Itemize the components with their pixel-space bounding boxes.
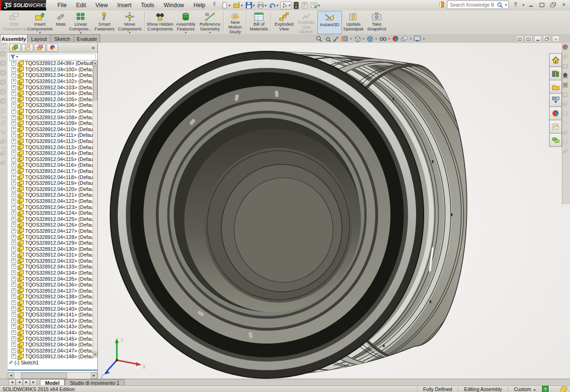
- tree-item[interactable]: TQOS328912.04<147> (Default<<D: [8, 348, 93, 354]
- tree-item[interactable]: TQOS328912.04<129> (Default<<D: [8, 240, 93, 246]
- menu-view[interactable]: View: [91, 0, 113, 10]
- tree-item[interactable]: TQOS328912.04<133> (Default<<D: [8, 264, 93, 270]
- expand-icon[interactable]: [11, 247, 16, 251]
- expand-icon[interactable]: [11, 229, 16, 233]
- tree-item[interactable]: TQOS328912.04<127> (Default<<D: [8, 228, 93, 234]
- view-settings-icon[interactable]: [414, 35, 421, 42]
- edit-appearance-icon[interactable]: [392, 35, 399, 42]
- expand-icon[interactable]: [11, 61, 16, 66]
- expand-icon[interactable]: [11, 145, 16, 150]
- zoom-to-area-icon[interactable]: [324, 35, 331, 42]
- panel-split-bar[interactable]: [8, 370, 97, 371]
- close-button[interactable]: ×: [560, 1, 568, 9]
- expand-icon[interactable]: [11, 169, 16, 173]
- expand-icon[interactable]: [11, 217, 16, 221]
- expand-icon[interactable]: [11, 252, 16, 257]
- tree-item[interactable]: TQOS328912.04<112> (Default<<D: [8, 138, 93, 144]
- expand-icon[interactable]: [11, 240, 16, 245]
- tree-item[interactable]: TQOS328912.04<124> (Default<<D: [8, 210, 93, 216]
- ribbon-new-motion-study[interactable]: New Motion Study: [225, 10, 245, 34]
- tree-item[interactable]: TQOS328912.04<122> (Default<<D: [8, 198, 93, 204]
- zoom-to-fit-icon[interactable]: [315, 35, 323, 42]
- expand-icon[interactable]: [11, 300, 16, 305]
- tree-item[interactable]: TQOS328912.04<118> (Default<<D: [8, 174, 93, 180]
- scroll-left-icon[interactable]: ◀: [8, 373, 14, 379]
- hud-dropdown-icon[interactable]: ▾: [423, 37, 425, 41]
- search-dropdown-icon[interactable]: ▾: [505, 3, 507, 7]
- menu-file[interactable]: File: [53, 0, 71, 10]
- doc-minimize-icon[interactable]: [534, 36, 542, 42]
- open-button[interactable]: ▾: [232, 1, 244, 9]
- minimize-button[interactable]: [527, 1, 535, 9]
- resources-home-button[interactable]: [549, 53, 562, 67]
- fullscreen-button[interactable]: [538, 1, 546, 9]
- doc-restore2-icon[interactable]: [525, 36, 532, 42]
- expand-icon[interactable]: [11, 342, 16, 347]
- expand-icon[interactable]: [11, 157, 16, 162]
- tab-layout[interactable]: Layout: [27, 34, 51, 43]
- apply-scene-icon[interactable]: [400, 35, 408, 42]
- doc-close-icon[interactable]: ×: [552, 36, 560, 42]
- menu-window[interactable]: Window: [159, 0, 189, 10]
- tree-item[interactable]: TQOS328912.04<114> (Default<<D: [8, 150, 93, 156]
- expand-icon[interactable]: [11, 115, 16, 120]
- ribbon-exploded-view[interactable]: Exploded View: [273, 10, 295, 34]
- tree-item[interactable]: TQOS328912.04<119> (Default<<D: [8, 180, 93, 186]
- tree-item[interactable]: TQOS328912.04<137> (Default<<D: [8, 288, 93, 294]
- expand-icon[interactable]: [11, 85, 16, 90]
- expand-icon[interactable]: [11, 91, 16, 96]
- expand-icon[interactable]: [11, 294, 16, 299]
- ribbon-take-snapshot[interactable]: Take Snapshot: [365, 10, 389, 34]
- appearance-ball-icon[interactable]: [562, 44, 568, 50]
- doc-restore-icon[interactable]: [516, 36, 523, 42]
- tree-item[interactable]: TQOS328912.04<120> (Default<<D: [8, 186, 93, 192]
- tab-scroll-first-icon[interactable]: ◀: [9, 379, 16, 386]
- rebuild-button[interactable]: [293, 1, 300, 10]
- help-dropdown-icon[interactable]: ▾: [522, 3, 524, 7]
- expand-icon[interactable]: [11, 288, 16, 293]
- hud-dropdown-icon[interactable]: ▾: [410, 37, 412, 41]
- dropdown-arrow-icon[interactable]: ▾: [27, 31, 53, 34]
- tree-item[interactable]: TQOS328912.04<115> (Default<<D: [8, 156, 93, 163]
- tree-item[interactable]: TQOS328912.04<123> (Default<<D: [8, 204, 93, 210]
- scroll-down-icon[interactable]: ▼: [93, 352, 97, 357]
- ribbon-update-speedpak[interactable]: Update Speedpak: [342, 10, 365, 34]
- dropdown-arrow-icon[interactable]: ▾: [68, 31, 93, 34]
- expand-icon[interactable]: [11, 210, 16, 215]
- design-library-button[interactable]: [549, 67, 562, 80]
- expand-icon[interactable]: [11, 318, 16, 323]
- expand-icon[interactable]: [11, 312, 16, 317]
- file-explorer-button[interactable]: [549, 80, 562, 93]
- forum-button[interactable]: [549, 133, 562, 147]
- tab-evaluate[interactable]: Evaluate: [74, 34, 100, 43]
- restore-button[interactable]: [549, 1, 557, 9]
- ribbon-insert-components[interactable]: Insert Components ▾: [27, 10, 53, 34]
- scroll-right-icon[interactable]: ▶: [91, 373, 97, 379]
- ribbon-bill-of-materials[interactable]: Bill of Materials: [248, 10, 270, 34]
- expand-icon[interactable]: [11, 181, 16, 185]
- ribbon-show-hidden-components[interactable]: Show Hidden Components: [146, 10, 174, 34]
- knowledge-base-search[interactable]: ▾: [447, 0, 509, 9]
- bearing-front-face[interactable]: [110, 51, 424, 378]
- expand-icon[interactable]: [11, 258, 16, 263]
- configuration-manager-tab[interactable]: [34, 44, 46, 52]
- tree-item[interactable]: TQOS328912.04<109> (Default<<D: [8, 120, 93, 126]
- filter-dropdown-icon[interactable]: ▾: [16, 55, 18, 59]
- expand-icon[interactable]: [11, 97, 16, 102]
- quick-tips-icon[interactable]: ?: [542, 386, 549, 392]
- tree-item[interactable]: TQOS328912.04<101> (Default<<D: [8, 72, 93, 78]
- tree-item[interactable]: TQOS328912.04<144> (Default<<D: [8, 330, 93, 336]
- save-button[interactable]: ▾: [245, 1, 256, 9]
- tree-item[interactable]: TQOS328912.04<117> (Default<<D: [8, 168, 93, 174]
- tab-sketch[interactable]: Sketch: [50, 34, 74, 43]
- expand-icon[interactable]: [11, 324, 16, 329]
- tree-item[interactable]: TQOS328912.04<116> (Default<<D: [8, 162, 93, 168]
- tab-motion-study[interactable]: Studio di movimento 1: [65, 379, 124, 386]
- tab-scroll-prev-icon[interactable]: ◀: [16, 379, 23, 386]
- ribbon-smart-fasteners[interactable]: Smart Fasteners: [93, 10, 116, 34]
- tree-horizontal-scrollbar[interactable]: ◀ ▶: [8, 372, 97, 379]
- expand-icon[interactable]: [11, 199, 16, 203]
- tree-item[interactable]: TQOS328912.04<102> (Default<<D: [8, 78, 93, 85]
- hud-dropdown-icon[interactable]: ▾: [375, 37, 377, 41]
- expand-icon[interactable]: [11, 79, 16, 84]
